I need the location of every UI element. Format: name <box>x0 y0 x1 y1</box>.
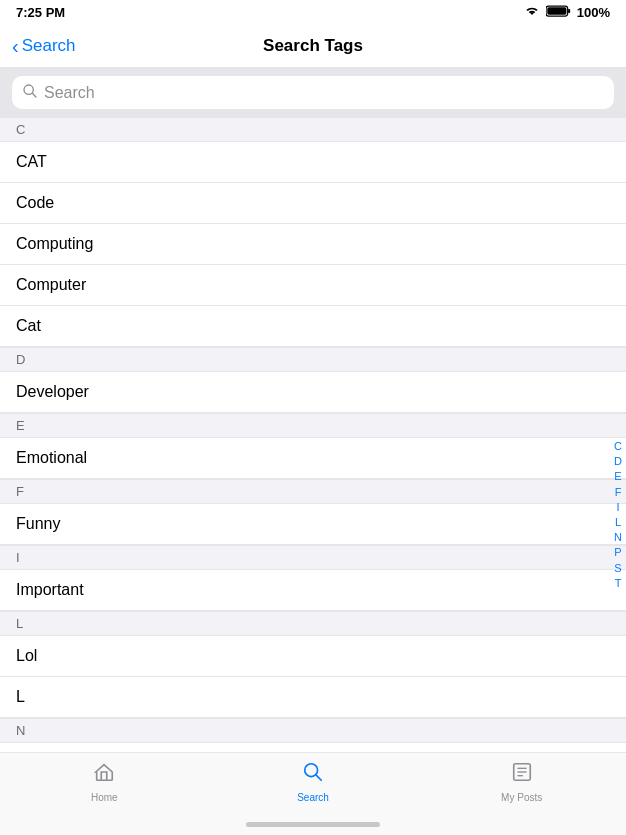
index-letter-D[interactable]: D <box>614 455 622 468</box>
index-letter-E[interactable]: E <box>614 470 621 483</box>
list-item[interactable]: Funny <box>0 504 626 545</box>
list-item[interactable]: Emotional <box>0 438 626 479</box>
search-icon <box>22 83 38 102</box>
battery-percentage: 100% <box>577 5 610 20</box>
battery-icon <box>546 5 571 20</box>
home-indicator <box>246 822 380 827</box>
section-header-L: L <box>0 611 626 636</box>
list-item[interactable]: Computer <box>0 265 626 306</box>
index-letter-N[interactable]: N <box>614 531 622 544</box>
myposts-tab-label: My Posts <box>501 792 542 803</box>
nav-bar: ‹ Search Search Tags <box>0 24 626 68</box>
svg-line-6 <box>316 775 321 780</box>
status-right: 100% <box>524 5 610 20</box>
index-letter-T[interactable]: T <box>615 577 622 590</box>
search-tab-icon <box>302 761 324 789</box>
section-header-I: I <box>0 545 626 570</box>
tab-myposts[interactable]: My Posts <box>417 761 626 803</box>
list-item[interactable]: L <box>0 677 626 718</box>
search-bar-container <box>0 68 626 117</box>
section-header-N: N <box>0 718 626 743</box>
search-tab-label: Search <box>297 792 329 803</box>
svg-rect-2 <box>547 7 566 15</box>
index-letter-L[interactable]: L <box>615 516 621 529</box>
home-tab-label: Home <box>91 792 118 803</box>
home-tab-icon <box>93 761 115 789</box>
list-item[interactable]: CAT <box>0 142 626 183</box>
index-sidebar[interactable]: CDEFILNPST <box>614 440 622 590</box>
page-title: Search Tags <box>263 36 363 56</box>
section-header-C: C <box>0 117 626 142</box>
myposts-tab-icon <box>511 761 533 789</box>
index-letter-F[interactable]: F <box>615 486 622 499</box>
wifi-icon <box>524 5 540 20</box>
index-letter-C[interactable]: C <box>614 440 622 453</box>
section-header-F: F <box>0 479 626 504</box>
list-item[interactable]: Cat <box>0 306 626 347</box>
tags-list: CCATCodeComputingComputerCatDDeveloperEE… <box>0 117 626 835</box>
tab-search[interactable]: Search <box>209 761 418 803</box>
list-item[interactable]: Computing <box>0 224 626 265</box>
search-bar[interactable] <box>12 76 614 109</box>
svg-rect-1 <box>568 8 570 12</box>
section-header-D: D <box>0 347 626 372</box>
index-letter-S[interactable]: S <box>614 562 621 575</box>
index-letter-P[interactable]: P <box>614 546 621 559</box>
list-item[interactable]: Developer <box>0 372 626 413</box>
search-input[interactable] <box>44 84 604 102</box>
list-item[interactable]: Lol <box>0 636 626 677</box>
tab-home[interactable]: Home <box>0 761 209 803</box>
main-content: CCATCodeComputingComputerCatDDeveloperEE… <box>0 117 626 835</box>
status-time: 7:25 PM <box>16 5 65 20</box>
status-bar: 7:25 PM 100% <box>0 0 626 24</box>
section-header-E: E <box>0 413 626 438</box>
list-item[interactable]: Important <box>0 570 626 611</box>
index-letter-I[interactable]: I <box>616 501 619 514</box>
list-item[interactable]: Code <box>0 183 626 224</box>
back-label: Search <box>22 36 76 56</box>
back-chevron-icon: ‹ <box>12 36 19 56</box>
svg-line-4 <box>32 93 36 97</box>
back-button[interactable]: ‹ Search <box>12 36 76 56</box>
